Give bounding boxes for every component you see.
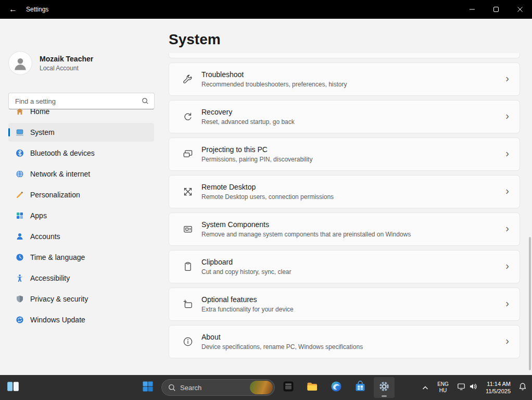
back-button[interactable]: ← — [4, 2, 22, 17]
chevron-right-icon: › — [505, 260, 509, 271]
accessibility-icon — [16, 274, 24, 282]
card-subtitle: Permissions, pairing PIN, discoverabilit… — [201, 156, 312, 163]
card-subtitle: Reset, advanced startup, go back — [201, 118, 295, 126]
settings-card-about[interactable]: AboutDevice specifications, rename PC, W… — [169, 325, 520, 358]
window-title: Settings — [26, 6, 48, 13]
gear-icon — [378, 381, 390, 394]
language-line2: HU — [437, 388, 449, 394]
sidebar-item-label: Windows Update — [30, 316, 85, 324]
avatar — [8, 51, 32, 75]
file-explorer-button[interactable] — [302, 377, 323, 398]
maximize-button[interactable] — [484, 0, 508, 19]
network-icon — [16, 170, 24, 178]
sidebar-item-time-language[interactable]: Time & language — [8, 248, 154, 267]
sidebar-item-home[interactable]: Home — [8, 102, 154, 121]
system-tray[interactable] — [453, 382, 481, 393]
card-text: RecoveryReset, advanced startup, go back — [201, 108, 295, 126]
start-button[interactable] — [137, 377, 158, 398]
system-icon — [16, 128, 24, 136]
sidebar-item-privacy-security[interactable]: Privacy & security — [8, 290, 154, 308]
settings-card-troubleshoot[interactable]: TroubleshootRecommended troubleshooters,… — [169, 63, 520, 96]
tray-chevron-button[interactable] — [418, 377, 433, 398]
selected-accent-bar — [8, 128, 10, 136]
pinned-app-button[interactable] — [278, 377, 299, 398]
update-icon — [16, 316, 24, 324]
card-text: Optional featuresExtra functionality for… — [201, 295, 294, 313]
sidebar-item-apps[interactable]: Apps — [8, 206, 154, 225]
user-text: Mozaik Teacher Local Account — [40, 55, 93, 72]
sidebar-item-label: Network & internet — [30, 170, 90, 178]
settings-card-remote-desktop[interactable]: Remote DesktopRemote Desktop users, conn… — [169, 175, 520, 208]
settings-cards: TroubleshootRecommended troubleshooters,… — [169, 53, 520, 362]
sidebar-item-accounts[interactable]: Accounts — [8, 227, 154, 246]
settings-card-partial[interactable] — [169, 53, 520, 58]
language-indicator[interactable]: ENG HU — [434, 381, 452, 394]
close-icon — [517, 5, 523, 14]
sidebar-item-label: Accessibility — [30, 274, 70, 282]
close-button[interactable] — [508, 0, 532, 19]
windows-logo-icon — [142, 381, 154, 394]
card-title: About — [201, 333, 363, 341]
sidebar-item-label: Privacy & security — [30, 295, 88, 303]
sidebar-item-label: Bluetooth & devices — [30, 149, 95, 157]
sidebar-item-bluetooth-devices[interactable]: Bluetooth & devices — [8, 144, 154, 162]
scrollbar-thumb[interactable] — [529, 237, 531, 370]
clipboard-icon — [183, 261, 193, 272]
file-explorer-icon — [307, 381, 318, 394]
sidebar-item-accessibility[interactable]: Accessibility — [8, 269, 154, 288]
minimize-button[interactable] — [460, 0, 484, 19]
chevron-right-icon: › — [505, 148, 509, 158]
window-controls — [460, 0, 532, 19]
clock[interactable]: 11:14 AM 11/5/2025 — [482, 380, 514, 395]
sidebar-item-system[interactable]: System — [8, 123, 154, 142]
card-text: System ComponentsRemove and manage syste… — [201, 220, 411, 238]
accounts-icon — [16, 232, 24, 241]
notifications-button[interactable] — [515, 377, 530, 398]
clock-time: 11:14 AM — [486, 380, 511, 388]
sidebar-item-label: System — [30, 128, 55, 136]
store-button[interactable] — [350, 377, 371, 398]
apps-icon — [16, 211, 24, 220]
volume-icon — [469, 382, 477, 393]
settings-card-recovery[interactable]: RecoveryReset, advanced startup, go back… — [169, 100, 520, 133]
chevron-right-icon: › — [505, 335, 509, 346]
card-text: ClipboardCut and copy history, sync, cle… — [201, 258, 292, 276]
sidebar-item-label: Time & language — [30, 253, 85, 261]
person-icon — [12, 53, 28, 73]
search-highlight-image[interactable] — [250, 381, 273, 394]
edge-button[interactable] — [326, 377, 347, 398]
network-tray-icon — [457, 382, 465, 393]
chevron-right-icon: › — [505, 223, 509, 233]
optional-icon — [183, 299, 193, 309]
sidebar-item-windows-update[interactable]: Windows Update — [8, 310, 154, 329]
settings-taskbar-button[interactable] — [374, 377, 395, 398]
card-title: Clipboard — [201, 258, 292, 266]
card-title: System Components — [201, 220, 411, 229]
main-content: System TroubleshootRecommended troublesh… — [169, 19, 532, 375]
settings-card-projecting-to-this-pc[interactable]: Projecting to this PCPermissions, pairin… — [169, 138, 520, 171]
card-title: Remote Desktop — [201, 183, 334, 191]
bell-icon — [518, 382, 527, 393]
components-icon — [183, 224, 193, 234]
sidebar-item-network-internet[interactable]: Network & internet — [8, 165, 154, 183]
pinned-app-icon — [283, 381, 294, 394]
sidebar-item-personalization[interactable]: Personalization — [8, 185, 154, 204]
microsoft-store-icon — [354, 381, 366, 394]
chevron-right-icon: › — [505, 110, 509, 121]
clock-date: 11/5/2025 — [486, 388, 511, 395]
titlebar: ← Settings — [0, 0, 532, 19]
card-subtitle: Device specifications, rename PC, Window… — [201, 343, 363, 351]
bluetooth-icon — [16, 149, 24, 157]
settings-card-clipboard[interactable]: ClipboardCut and copy history, sync, cle… — [169, 250, 520, 283]
settings-card-optional-features[interactable]: Optional featuresExtra functionality for… — [169, 288, 520, 321]
taskbar-search[interactable]: Search — [161, 379, 275, 396]
maximize-icon — [493, 5, 499, 14]
taskbar-corner-button[interactable] — [4, 378, 22, 397]
user-name: Mozaik Teacher — [40, 55, 93, 63]
taskbar-search-label: Search — [180, 384, 246, 392]
language-line1: ENG — [437, 381, 449, 388]
account-button[interactable]: Mozaik Teacher Local Account — [8, 51, 93, 75]
sidebar-item-label: Accounts — [30, 232, 60, 241]
settings-card-system-components[interactable]: System ComponentsRemove and manage syste… — [169, 213, 520, 246]
account-type: Local Account — [40, 65, 93, 72]
